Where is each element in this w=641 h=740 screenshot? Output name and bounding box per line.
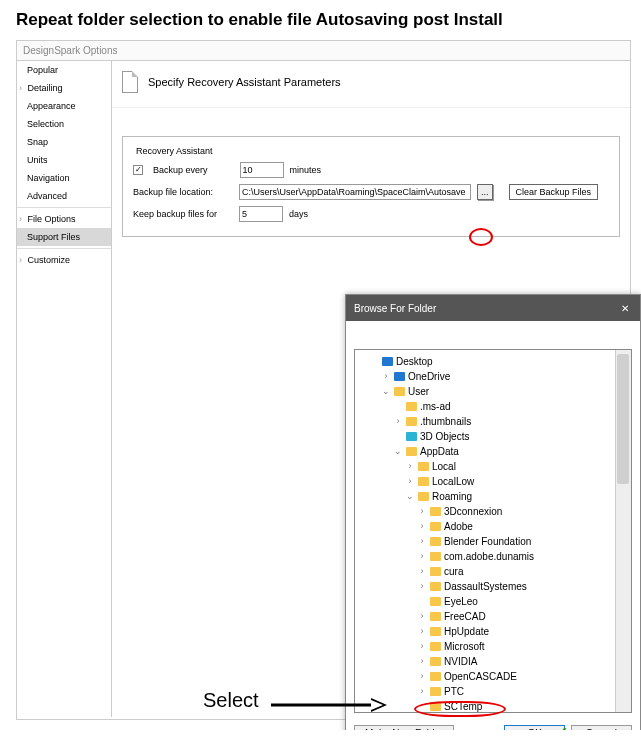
tree-node-sctemp[interactable]: SCTemp — [357, 699, 629, 713]
sidebar-item-navigation[interactable]: Navigation — [17, 169, 111, 187]
tree-node-user[interactable]: ⌄User — [357, 384, 629, 399]
folder-icon — [394, 387, 405, 396]
sidebar-item-appearance[interactable]: Appearance — [17, 97, 111, 115]
tree-node-label: Local — [432, 459, 456, 474]
chevron-right-icon[interactable]: › — [405, 460, 415, 474]
tree-node-label: OneDrive — [408, 369, 450, 384]
folder-icon — [430, 642, 441, 651]
chevron-right-icon[interactable]: › — [381, 370, 391, 384]
group-legend: Recovery Assistant — [133, 146, 216, 156]
sidebar-item-customize[interactable]: › Customize — [17, 251, 111, 269]
chevron-down-icon[interactable]: ⌄ — [393, 445, 403, 459]
folder-icon — [418, 462, 429, 471]
tree-node-com-adobe-dunamis[interactable]: ›com.adobe.dunamis — [357, 549, 629, 564]
folder-icon — [394, 372, 405, 381]
chevron-right-icon: › — [19, 83, 25, 93]
tree-node-label: DassaultSystemes — [444, 579, 527, 594]
chevron-right-icon[interactable]: › — [417, 535, 427, 549]
backup-every-label: Backup every — [153, 165, 208, 175]
chevron-right-icon[interactable]: › — [417, 505, 427, 519]
tree-node-label: Blender Foundation — [444, 534, 531, 549]
chevron-right-icon: › — [19, 214, 25, 224]
chevron-right-icon[interactable]: › — [417, 640, 427, 654]
sidebar-item-selection[interactable]: Selection — [17, 115, 111, 133]
sidebar-item-popular[interactable]: Popular — [17, 61, 111, 79]
folder-icon — [430, 507, 441, 516]
chevron-right-icon: › — [19, 255, 25, 265]
tree-node-opencascade[interactable]: ›OpenCASCADE — [357, 669, 629, 684]
backup-every-checkbox[interactable]: ✓ — [133, 165, 143, 175]
tree-node-freecad[interactable]: ›FreeCAD — [357, 609, 629, 624]
tree-node-microsoft[interactable]: ›Microsoft — [357, 639, 629, 654]
clear-backup-button[interactable]: Clear Backup Files — [509, 184, 599, 200]
chevron-right-icon[interactable]: › — [417, 685, 427, 699]
browse-button[interactable]: ... — [477, 184, 493, 200]
folder-tree: Desktop›OneDrive⌄User.ms-ad›.thumbnails3… — [354, 349, 632, 713]
cancel-button[interactable]: Cancel — [571, 725, 632, 730]
tree-node-3d-objects[interactable]: 3D Objects — [357, 429, 629, 444]
tree-node-onedrive[interactable]: ›OneDrive — [357, 369, 629, 384]
tree-node-ptc[interactable]: ›PTC — [357, 684, 629, 699]
folder-icon — [430, 522, 441, 531]
chevron-right-icon[interactable]: › — [417, 625, 427, 639]
tree-node-locallow[interactable]: ›LocalLow — [357, 474, 629, 489]
chevron-right-icon[interactable]: › — [393, 415, 403, 429]
chevron-right-icon[interactable]: › — [417, 580, 427, 594]
tree-node-label: SCTemp — [444, 699, 482, 713]
tree-node-label: 3Dconnexion — [444, 504, 502, 519]
tree-node-label: PTC — [444, 684, 464, 699]
sidebar-item-units[interactable]: Units — [17, 151, 111, 169]
folder-icon — [406, 447, 417, 456]
tree-node-3dconnexion[interactable]: ›3Dconnexion — [357, 504, 629, 519]
chevron-right-icon[interactable]: › — [417, 565, 427, 579]
options-category-list: Popular› DetailingAppearanceSelectionSna… — [17, 61, 112, 717]
backup-location-input[interactable]: C:\Users\User\AppData\Roaming\SpaceClaim… — [239, 184, 471, 200]
tree-node-dassaultsystemes[interactable]: ›DassaultSystemes — [357, 579, 629, 594]
folder-icon — [430, 702, 441, 711]
tree-node-blender-foundation[interactable]: ›Blender Foundation — [357, 534, 629, 549]
minutes-label: minutes — [290, 165, 322, 175]
dialog-title: DesignSpark Options — [17, 41, 630, 61]
folder-icon — [430, 582, 441, 591]
sidebar-item-snap[interactable]: Snap — [17, 133, 111, 151]
close-icon[interactable]: ✕ — [618, 301, 632, 315]
sidebar-item-detailing[interactable]: › Detailing — [17, 79, 111, 97]
browse-for-folder-dialog: Browse For Folder ✕ Desktop›OneDrive⌄Use… — [345, 294, 641, 730]
folder-icon — [430, 567, 441, 576]
tree-node--thumbnails[interactable]: ›.thumbnails — [357, 414, 629, 429]
scrollbar-thumb[interactable] — [617, 354, 629, 484]
tree-node-eyeleo[interactable]: EyeLeo — [357, 594, 629, 609]
make-new-folder-button[interactable]: Make New Folder — [354, 725, 454, 730]
sidebar-item-advanced[interactable]: Advanced — [17, 187, 111, 205]
tree-node-label: Microsoft — [444, 639, 485, 654]
tree-node-roaming[interactable]: ⌄Roaming — [357, 489, 629, 504]
tree-node-label: EyeLeo — [444, 594, 478, 609]
annotation-select-label: Select — [203, 689, 259, 712]
chevron-right-icon[interactable]: › — [405, 475, 415, 489]
scrollbar[interactable] — [615, 350, 631, 712]
tree-node-adobe[interactable]: ›Adobe — [357, 519, 629, 534]
sidebar-item-file-options[interactable]: › File Options — [17, 210, 111, 228]
tree-node-label: com.adobe.dunamis — [444, 549, 534, 564]
chevron-right-icon[interactable]: › — [417, 550, 427, 564]
sidebar-item-support-files[interactable]: Support Files — [17, 228, 111, 246]
tree-node-desktop[interactable]: Desktop — [357, 354, 629, 369]
folder-icon — [430, 552, 441, 561]
chevron-right-icon[interactable]: › — [417, 655, 427, 669]
tree-node-appdata[interactable]: ⌄AppData — [357, 444, 629, 459]
chevron-right-icon[interactable]: › — [417, 670, 427, 684]
ok-button[interactable]: OK — [504, 725, 564, 730]
keep-days-input[interactable]: 5 — [239, 206, 283, 222]
chevron-down-icon[interactable]: ⌄ — [405, 490, 415, 504]
chevron-right-icon[interactable]: › — [417, 520, 427, 534]
tree-node-cura[interactable]: ›cura — [357, 564, 629, 579]
tree-node-local[interactable]: ›Local — [357, 459, 629, 474]
tree-node--ms-ad[interactable]: .ms-ad — [357, 399, 629, 414]
chevron-down-icon[interactable]: ⌄ — [381, 385, 391, 399]
backup-every-input[interactable]: 10 — [240, 162, 284, 178]
tree-node-nvidia[interactable]: ›NVIDIA — [357, 654, 629, 669]
chevron-right-icon[interactable]: › — [417, 610, 427, 624]
tree-node-hpupdate[interactable]: ›HpUpdate — [357, 624, 629, 639]
tree-node-label: FreeCAD — [444, 609, 486, 624]
folder-icon — [406, 417, 417, 426]
